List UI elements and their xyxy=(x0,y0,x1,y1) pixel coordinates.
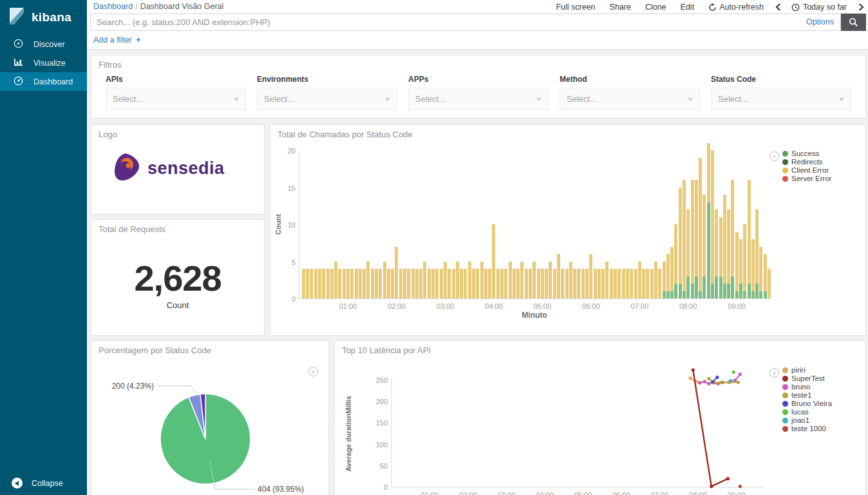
bar[interactable] xyxy=(549,262,552,299)
line-point[interactable] xyxy=(711,380,714,383)
bar[interactable] xyxy=(703,195,706,298)
bar[interactable] xyxy=(500,269,504,298)
sidebar-item-discover[interactable]: Discover xyxy=(0,35,87,53)
bar[interactable] xyxy=(403,269,406,298)
bar[interactable] xyxy=(419,269,422,298)
bar[interactable] xyxy=(533,262,536,299)
bar[interactable] xyxy=(642,269,645,298)
bar[interactable] xyxy=(488,269,491,298)
bar[interactable] xyxy=(707,143,710,299)
sidebar-item-dashboard[interactable]: Dashboard xyxy=(0,72,87,91)
bar[interactable] xyxy=(431,269,435,298)
bar[interactable] xyxy=(525,269,528,298)
bar[interactable] xyxy=(529,269,532,298)
bar[interactable] xyxy=(464,269,467,298)
bar[interactable] xyxy=(561,269,564,298)
bar[interactable] xyxy=(496,269,500,298)
line-point[interactable] xyxy=(689,376,692,380)
bar-chart-plot[interactable]: 0510152001:0002:0003:0004:0005:0006:0007… xyxy=(299,151,770,299)
bar[interactable] xyxy=(594,269,597,298)
line-point[interactable] xyxy=(726,477,730,480)
bar[interactable] xyxy=(585,269,589,298)
search-button[interactable] xyxy=(841,14,866,31)
breadcrumb-dashboard-link[interactable]: Dashboard xyxy=(93,2,133,11)
edit-button[interactable]: Edit xyxy=(681,3,695,12)
bar[interactable] xyxy=(569,262,572,299)
line-point[interactable] xyxy=(733,378,737,382)
bar[interactable] xyxy=(581,269,585,298)
bar[interactable] xyxy=(492,224,495,298)
bar[interactable] xyxy=(516,269,520,298)
bar[interactable] xyxy=(658,269,661,298)
select-environments[interactable]: Select... xyxy=(257,88,397,110)
bar[interactable] xyxy=(663,262,666,299)
bar[interactable] xyxy=(387,269,390,298)
legend-item[interactable]: joao1 xyxy=(782,416,832,424)
line-point[interactable] xyxy=(732,371,735,374)
bar[interactable] xyxy=(638,262,641,299)
bar[interactable] xyxy=(306,269,309,298)
bar[interactable] xyxy=(379,269,382,298)
bar[interactable] xyxy=(751,239,755,298)
line-point[interactable] xyxy=(729,379,732,382)
time-forward-button[interactable] xyxy=(858,3,864,11)
bar[interactable] xyxy=(553,269,556,298)
bar[interactable] xyxy=(415,269,419,298)
bar[interactable] xyxy=(395,247,398,299)
line-point[interactable] xyxy=(715,376,719,379)
bar[interactable] xyxy=(650,269,654,298)
bar[interactable] xyxy=(601,269,605,298)
bar[interactable] xyxy=(423,262,426,299)
legend-item[interactable]: piriri xyxy=(782,366,832,374)
line-point[interactable] xyxy=(710,485,713,488)
bar[interactable] xyxy=(654,262,657,299)
bar-legend-toggle-icon[interactable]: › xyxy=(769,151,779,161)
bar[interactable] xyxy=(411,269,415,298)
share-button[interactable]: Share xyxy=(610,3,631,12)
bar[interactable] xyxy=(428,269,431,298)
bar[interactable] xyxy=(310,269,313,298)
sidebar-collapse-button[interactable]: Collapse xyxy=(0,478,87,489)
bar[interactable] xyxy=(634,269,637,298)
line-point[interactable] xyxy=(739,373,742,376)
bar[interactable] xyxy=(573,269,576,298)
line-legend-toggle-icon[interactable]: › xyxy=(769,368,779,378)
bar[interactable] xyxy=(383,262,386,299)
bar[interactable] xyxy=(674,224,677,298)
bar[interactable] xyxy=(513,269,516,298)
bar[interactable] xyxy=(764,254,767,298)
line-point[interactable] xyxy=(737,381,740,384)
bar[interactable] xyxy=(452,269,455,298)
legend-item[interactable]: Bruno Vieira xyxy=(782,400,832,407)
bar[interactable] xyxy=(614,269,617,298)
legend-item[interactable]: lucas xyxy=(782,408,832,416)
bar[interactable] xyxy=(545,269,548,298)
bar[interactable] xyxy=(399,269,402,298)
bar[interactable] xyxy=(366,262,370,299)
bar[interactable] xyxy=(350,269,354,298)
bar[interactable] xyxy=(565,269,569,298)
bar[interactable] xyxy=(626,269,629,298)
bar[interactable] xyxy=(598,269,601,298)
line-point[interactable] xyxy=(698,381,701,384)
bar[interactable] xyxy=(504,269,507,298)
bar[interactable] xyxy=(711,150,714,298)
bar[interactable] xyxy=(630,269,633,298)
bar[interactable] xyxy=(605,262,609,299)
bar[interactable] xyxy=(472,269,475,298)
add-filter-link[interactable]: Add a filter xyxy=(93,35,132,44)
bar[interactable] xyxy=(610,269,613,298)
time-back-button[interactable] xyxy=(775,3,781,11)
bar[interactable] xyxy=(618,269,621,298)
bar[interactable] xyxy=(468,262,471,299)
legend-item[interactable]: SuperTest xyxy=(782,374,832,382)
bar[interactable] xyxy=(557,254,560,298)
legend-item[interactable]: teste 1000 xyxy=(782,425,832,432)
select-status-code[interactable]: Select... xyxy=(711,88,851,110)
line-point[interactable] xyxy=(707,377,710,380)
line-series-SuperTest[interactable] xyxy=(693,370,728,487)
bar[interactable] xyxy=(727,209,730,298)
bar[interactable] xyxy=(686,209,690,298)
bar[interactable] xyxy=(391,269,394,298)
bar[interactable] xyxy=(589,254,592,298)
